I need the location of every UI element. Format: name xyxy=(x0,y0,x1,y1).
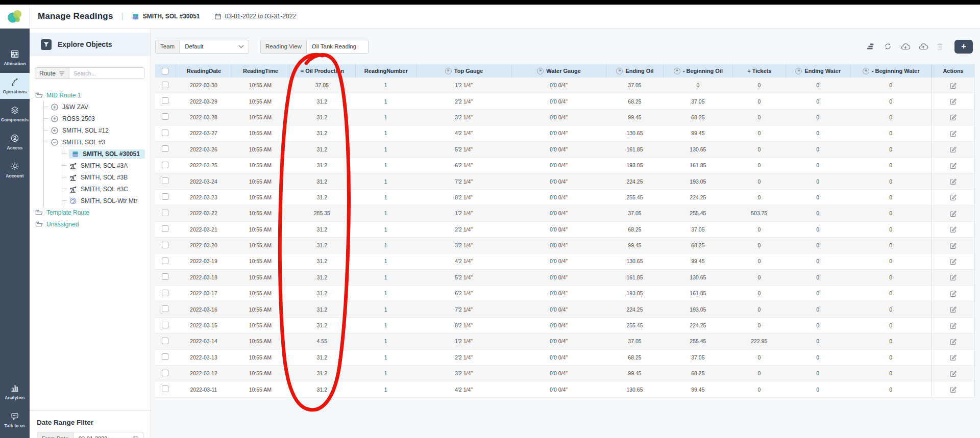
from-date-calendar-button[interactable] xyxy=(128,432,143,438)
edit-reading-button[interactable] xyxy=(949,82,957,89)
tree-item-smith-sol-12[interactable]: SMITH, SOL #12 xyxy=(44,124,151,136)
edit-reading-button[interactable] xyxy=(949,370,957,377)
circled-chevron-icon[interactable]: » xyxy=(795,68,802,74)
trash-button[interactable] xyxy=(936,42,944,51)
row-checkbox[interactable] xyxy=(162,273,168,280)
cloud-upload-button[interactable] xyxy=(918,42,928,51)
circled-chevron-icon[interactable]: » xyxy=(537,68,544,74)
row-checkbox[interactable] xyxy=(162,162,168,168)
cell-tickets: 0 xyxy=(732,354,786,360)
cloud-download-button[interactable] xyxy=(900,42,911,51)
row-checkbox[interactable] xyxy=(162,82,168,88)
row-checkbox[interactable] xyxy=(162,210,168,216)
edit-reading-button[interactable] xyxy=(949,273,957,281)
tree-item-j-w-zav[interactable]: J&W ZAV xyxy=(44,101,151,113)
selected-entity-chip[interactable]: SMITH, SOL #30051 xyxy=(132,13,200,20)
expand-plus-icon[interactable] xyxy=(51,115,58,122)
row-checkbox[interactable] xyxy=(162,193,168,200)
edit-reading-button[interactable] xyxy=(949,130,957,137)
edit-reading-button[interactable] xyxy=(949,162,957,169)
edit-reading-button[interactable] xyxy=(949,305,957,313)
row-checkbox[interactable] xyxy=(162,353,168,360)
cell-actions xyxy=(932,381,974,397)
date-range-chip[interactable]: 03-01-2022 to 03-31-2022 xyxy=(214,13,296,20)
tree-item-smith-sol-3c[interactable]: SMITH, SOL #3C xyxy=(62,183,151,195)
tree-item-ross-2503[interactable]: ROSS 2503 xyxy=(44,113,151,124)
rail-item-components[interactable]: Components xyxy=(0,101,30,127)
cell-time: 10:55 AM xyxy=(232,258,289,264)
cell-tickets: 0 xyxy=(732,146,786,152)
edit-reading-button[interactable] xyxy=(949,193,957,201)
row-checkbox[interactable] xyxy=(162,257,168,264)
edit-reading-button[interactable] xyxy=(949,353,957,361)
cell-date: 2022-03-22 xyxy=(176,210,232,216)
row-checkbox[interactable] xyxy=(162,145,168,152)
edit-reading-button[interactable] xyxy=(949,290,957,297)
row-checkbox[interactable] xyxy=(162,113,168,120)
column-header-beginning-oil: »- Beginning Oil xyxy=(663,64,732,78)
cell-actions xyxy=(932,142,974,157)
tree-item-mid-route-1[interactable]: MID Route 1 xyxy=(35,89,151,101)
from-date-field[interactable]: From Date 03-01-2022 xyxy=(37,432,143,438)
edit-reading-button[interactable] xyxy=(949,322,957,329)
select-all-checkbox[interactable] xyxy=(162,68,168,74)
circled-chevron-icon[interactable]: » xyxy=(616,68,623,74)
tree-item-smith-sol-30051[interactable]: SMITH, SOL #30051 xyxy=(62,148,151,160)
route-filter-button[interactable]: Route xyxy=(35,68,69,79)
edit-reading-button[interactable] xyxy=(949,242,957,249)
reading-view-select[interactable]: Reading View Oil Tank Reading xyxy=(260,40,369,54)
edit-reading-button[interactable] xyxy=(949,225,957,233)
rail-item-analytics[interactable]: Analytics xyxy=(0,379,30,405)
app-logo[interactable] xyxy=(0,5,30,28)
edit-reading-button[interactable] xyxy=(949,145,957,153)
edit-reading-button[interactable] xyxy=(949,257,957,265)
row-checkbox[interactable] xyxy=(162,225,168,232)
row-checkbox[interactable] xyxy=(162,370,168,376)
circled-chevron-icon[interactable]: » xyxy=(863,68,869,74)
tree-item-smith-sol-3a[interactable]: SMITH, SOL #3A xyxy=(62,160,151,171)
cell-beg_water: 0 xyxy=(850,210,932,216)
tree-item-unassigned[interactable]: Unassigned xyxy=(35,218,151,230)
tree-item-template-route[interactable]: Template Route xyxy=(35,207,151,218)
edit-reading-button[interactable] xyxy=(949,210,957,217)
circled-chevron-icon[interactable]: » xyxy=(445,68,452,74)
rail-item-allocation[interactable]: Allocation xyxy=(0,45,30,71)
collapse-minus-icon[interactable] xyxy=(51,139,58,146)
cell-top: 6'2 1/4" xyxy=(416,162,511,168)
rail-item-talk-to-us[interactable]: Talk to us xyxy=(0,407,30,433)
row-checkbox[interactable] xyxy=(162,385,168,392)
tree-item-smith-sol-3[interactable]: SMITH, SOL #3 xyxy=(44,136,151,148)
row-checkbox[interactable] xyxy=(162,97,168,104)
edit-reading-button[interactable] xyxy=(949,385,957,393)
edit-reading-button[interactable] xyxy=(949,97,957,105)
row-checkbox[interactable] xyxy=(162,322,168,328)
row-checkbox[interactable] xyxy=(162,130,168,136)
steps-button[interactable] xyxy=(866,42,875,51)
row-checkbox[interactable] xyxy=(162,242,168,248)
tree-item-smith-sol-wtr-mtr[interactable]: SMITH, SOL-Wtr Mtr xyxy=(62,195,151,207)
explore-filter-button[interactable] xyxy=(41,39,52,50)
row-checkbox[interactable] xyxy=(162,290,168,296)
tree-item-smith-sol-3b[interactable]: SMITH, SOL #3B xyxy=(62,171,151,183)
row-checkbox[interactable] xyxy=(162,305,168,312)
circled-chevron-icon[interactable]: » xyxy=(674,68,680,74)
table-row: 2022-03-3010:55 AM37.0511'2 1/4"0'0 0/4"… xyxy=(155,78,974,93)
row-checkbox[interactable] xyxy=(162,177,168,184)
expand-plus-icon[interactable] xyxy=(51,127,58,134)
edit-reading-button[interactable] xyxy=(949,113,957,121)
rail-item-access[interactable]: Access xyxy=(0,129,30,155)
explore-header: Explore Objects xyxy=(30,33,151,56)
tree-search-input[interactable] xyxy=(69,68,144,79)
cell-top: 2'2 1/4" xyxy=(416,98,511,105)
expand-plus-icon[interactable] xyxy=(51,104,58,111)
edit-reading-button[interactable] xyxy=(949,338,957,345)
team-select[interactable]: Team Default xyxy=(155,40,249,54)
refresh-button[interactable] xyxy=(883,42,893,51)
rail-item-operations[interactable]: Operations xyxy=(0,73,30,99)
cell-actions xyxy=(932,173,974,189)
column-header-readingnumber: ReadingNumber xyxy=(355,64,416,78)
add-reading-button[interactable]: + xyxy=(954,40,973,54)
rail-item-account[interactable]: Account xyxy=(0,157,30,183)
edit-reading-button[interactable] xyxy=(949,177,957,185)
row-checkbox[interactable] xyxy=(162,338,168,344)
